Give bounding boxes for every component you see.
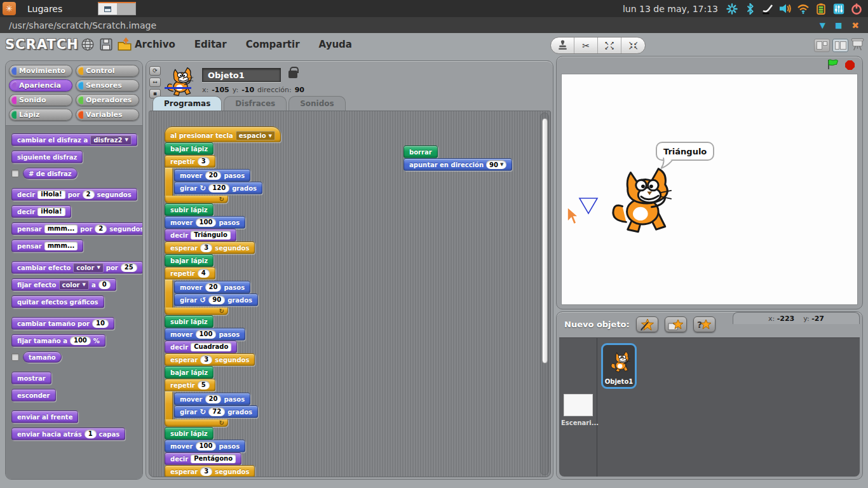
script-block[interactable]: fijar tamaño a100% bbox=[11, 334, 105, 347]
menu-compartir[interactable]: Compartir bbox=[246, 39, 300, 50]
category-movimiento[interactable]: Movimiento bbox=[9, 65, 72, 77]
script-block[interactable]: bajar lápiz bbox=[165, 366, 214, 379]
script-block[interactable]: bajar lápiz bbox=[165, 254, 214, 267]
script-block[interactable]: esconder bbox=[11, 389, 56, 402]
window-titlebar[interactable]: /usr/share/scratch/Scratch.image ▼ ■ ✖ bbox=[0, 17, 868, 33]
window-list-applet[interactable] bbox=[98, 2, 136, 15]
text-input[interactable]: mmm... bbox=[44, 224, 78, 233]
language-globe-icon[interactable] bbox=[81, 37, 95, 51]
number-input[interactable]: 4 bbox=[198, 269, 210, 278]
script-block[interactable]: mover20pasos bbox=[174, 393, 250, 405]
number-input[interactable]: 90 bbox=[208, 295, 225, 304]
category-apariencia[interactable]: Apariencia bbox=[9, 79, 72, 92]
display-settings-icon[interactable] bbox=[832, 3, 845, 15]
script-block[interactable]: mover100pasos bbox=[165, 328, 245, 341]
script-block[interactable]: girar↻72grados bbox=[174, 405, 258, 418]
save-icon[interactable] bbox=[99, 37, 113, 51]
number-input[interactable]: 5 bbox=[198, 381, 210, 390]
clock[interactable]: lun 13 de may, 17:13 bbox=[623, 4, 718, 14]
script-block[interactable]: esperar3segundos bbox=[165, 465, 255, 477]
active-window-button[interactable] bbox=[98, 3, 117, 15]
number-input[interactable]: 3 bbox=[200, 355, 212, 364]
sprite-list-item-objeto1[interactable]: Objeto1 bbox=[601, 343, 637, 389]
script-area[interactable]: al presionar teclaespacio▼bajar lápizrep… bbox=[149, 111, 551, 477]
number-input[interactable]: 10 bbox=[92, 319, 109, 328]
minimize-icon[interactable]: ▼ bbox=[820, 21, 825, 30]
dropdown-input[interactable]: espacio▼ bbox=[236, 131, 275, 140]
script-block[interactable]: decirPentágono bbox=[165, 452, 241, 465]
number-input[interactable]: 3 bbox=[200, 467, 212, 476]
script-block[interactable]: enviar hacia atrás1capas bbox=[11, 428, 125, 440]
category-sonido[interactable]: Sonido bbox=[9, 94, 72, 106]
script-block[interactable]: cambiar tamaño por10 bbox=[11, 317, 114, 330]
script-block[interactable]: mover100pasos bbox=[165, 216, 245, 229]
script-block[interactable]: mover100pasos bbox=[165, 440, 245, 452]
tab-disfraces[interactable]: Disfraces bbox=[224, 96, 287, 111]
number-input[interactable]: 20 bbox=[205, 171, 222, 180]
text-input[interactable]: mmm... bbox=[44, 241, 78, 250]
scrollbar-thumb[interactable] bbox=[542, 118, 548, 363]
flower-icon[interactable] bbox=[726, 3, 738, 15]
number-input[interactable]: 25 bbox=[121, 263, 137, 272]
number-input[interactable]: 3 bbox=[198, 157, 210, 166]
script-block[interactable]: esperar3segundos bbox=[165, 241, 255, 254]
tab-programas[interactable]: Programas bbox=[153, 96, 222, 111]
grow-sprite-icon[interactable]: ↖ ↗↙ ↘ bbox=[598, 37, 621, 53]
script-block[interactable]: repetir5mover20pasosgirar↻72grados↻ bbox=[165, 379, 258, 427]
number-input[interactable]: 20 bbox=[205, 283, 222, 292]
watcher-checkbox[interactable] bbox=[11, 170, 19, 177]
reporter-block[interactable]: # de disfraz bbox=[23, 168, 78, 179]
scissors-delete-icon[interactable]: ✂ bbox=[574, 37, 598, 53]
script-block[interactable]: subir lápiz bbox=[165, 427, 214, 440]
reporter-block[interactable]: tamaño bbox=[23, 351, 62, 363]
number-input[interactable]: 100 bbox=[196, 330, 217, 339]
surprise-sprite-icon[interactable]: ? bbox=[693, 316, 715, 332]
cat-sprite-on-stage[interactable] bbox=[604, 162, 679, 237]
share-icon[interactable] bbox=[117, 37, 131, 51]
script-scrollbar[interactable] bbox=[540, 112, 549, 475]
number-input[interactable]: 3 bbox=[200, 243, 212, 252]
number-input[interactable]: 2 bbox=[95, 224, 107, 233]
script-block[interactable]: mostrar bbox=[11, 372, 51, 384]
dropdown-input[interactable]: color▼ bbox=[73, 263, 103, 273]
number-input[interactable]: 20 bbox=[205, 395, 222, 403]
script-block[interactable]: deciriHola!por2segundos bbox=[11, 188, 137, 201]
text-input[interactable]: Triángulo bbox=[191, 231, 231, 240]
script-block[interactable]: pensarmmm... bbox=[11, 240, 83, 252]
script-block[interactable]: mover20pasos bbox=[174, 281, 250, 294]
menu-ayuda[interactable]: Ayuda bbox=[319, 39, 352, 50]
script-block[interactable]: cambiar efectocolor▼por25 bbox=[11, 261, 143, 274]
stamp-duplicate-icon[interactable] bbox=[551, 37, 574, 53]
dropdown-input[interactable]: color▼ bbox=[59, 280, 89, 290]
stage-thumbnail[interactable] bbox=[564, 394, 593, 416]
script-block[interactable]: pensarmmm...por2segundos bbox=[11, 222, 143, 235]
number-dropdown-input[interactable]: 90▼ bbox=[486, 160, 506, 169]
open-sprite-file-icon[interactable] bbox=[665, 316, 687, 332]
number-input[interactable]: 120 bbox=[208, 184, 229, 193]
text-input[interactable]: iHola! bbox=[37, 190, 65, 199]
script-block[interactable]: girar↻120grados bbox=[174, 182, 262, 194]
number-input[interactable]: 72 bbox=[208, 407, 225, 416]
distro-logo-icon[interactable]: ✳ bbox=[3, 2, 16, 15]
text-input[interactable]: Cuadrado bbox=[191, 342, 231, 351]
script-block[interactable]: decirCuadrado bbox=[165, 341, 237, 353]
script-block[interactable]: repetir3mover20pasosgirar↻120grados↻ bbox=[165, 155, 262, 203]
power-icon[interactable] bbox=[850, 3, 863, 15]
script-block[interactable]: decirTriángulo bbox=[165, 229, 236, 241]
rotate-style-full-icon[interactable]: ⟳ bbox=[149, 66, 161, 76]
script-block[interactable]: bajar lápiz bbox=[165, 142, 214, 155]
presentation-mode-icon[interactable] bbox=[851, 37, 864, 53]
stylus-icon[interactable] bbox=[761, 3, 774, 15]
script-block[interactable]: mover20pasos bbox=[174, 169, 250, 182]
script-block[interactable]: repetir4mover20pasosgirar↺90grados↻ bbox=[165, 267, 258, 315]
script-block[interactable]: siguiente disfraz bbox=[11, 151, 83, 163]
green-flag-icon[interactable] bbox=[826, 58, 839, 72]
rotate-style-leftright-icon[interactable]: ↔ bbox=[149, 78, 161, 87]
watcher-checkbox[interactable] bbox=[11, 353, 19, 361]
tab-sonidos[interactable]: Sonidos bbox=[288, 96, 346, 111]
menu-editar[interactable]: Editar bbox=[194, 39, 227, 50]
small-stage-layout-icon[interactable] bbox=[814, 39, 830, 52]
stop-sign-icon[interactable] bbox=[845, 60, 855, 70]
text-input[interactable]: Pentágono bbox=[191, 454, 236, 463]
script-block[interactable]: borrar bbox=[403, 146, 438, 158]
